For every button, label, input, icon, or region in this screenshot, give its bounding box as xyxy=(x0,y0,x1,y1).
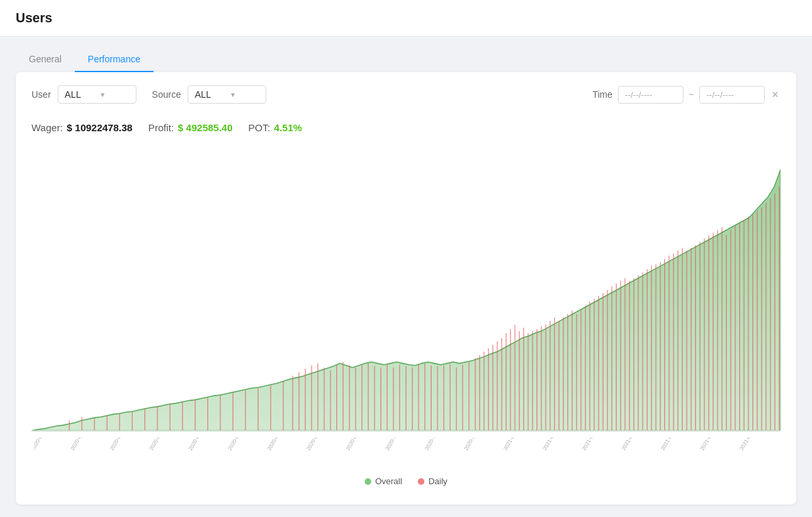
svg-text:2020-10: 2020-10 xyxy=(384,438,399,451)
time-start-input[interactable] xyxy=(618,86,683,104)
svg-text:2021-03: 2021-03 xyxy=(581,438,596,451)
x-axis-labels: 2020-01 2020-02 2020-03 2020-04 2020-05 … xyxy=(31,438,781,461)
user-filter-value: ALL xyxy=(65,89,94,100)
svg-text:2020-07: 2020-07 xyxy=(266,438,281,451)
tabs-container: General Performance xyxy=(0,37,812,72)
time-separator: ~ xyxy=(689,89,694,100)
stats-row: Wager: $ 10922478.38 Profit: $ 492585.40… xyxy=(31,117,781,138)
user-filter-label: User xyxy=(31,89,51,100)
pot-value: 4.51% xyxy=(274,122,302,133)
profit-stat: Profit: $ 492585.40 xyxy=(148,122,233,133)
svg-text:2020-02: 2020-02 xyxy=(70,438,85,451)
performance-chart xyxy=(31,149,781,438)
svg-text:2020-04: 2020-04 xyxy=(148,438,163,451)
svg-text:2020-01: 2020-01 xyxy=(34,438,45,451)
chart-legend: Overall Daily xyxy=(31,471,781,491)
page-title: Users xyxy=(16,10,796,26)
svg-text:2020-05: 2020-05 xyxy=(188,438,203,451)
source-filter-label: Source xyxy=(152,89,181,100)
source-filter-group: Source ALL ▼ xyxy=(152,85,266,104)
legend-daily: Daily xyxy=(418,476,447,486)
daily-legend-label: Daily xyxy=(428,476,447,486)
x-axis-ticks: 2020-01 2020-02 2020-03 2020-04 2020-05 … xyxy=(34,438,778,451)
svg-text:2021-05: 2021-05 xyxy=(660,438,675,451)
x-axis-svg: 2020-01 2020-02 2020-03 2020-04 2020-05 … xyxy=(34,438,778,461)
profit-label: Profit: xyxy=(148,122,174,133)
tab-performance[interactable]: Performance xyxy=(75,47,153,72)
svg-text:2020-03: 2020-03 xyxy=(109,438,124,451)
time-filter-label: Time xyxy=(592,89,613,100)
user-chevron-icon: ▼ xyxy=(100,91,129,98)
wager-label: Wager: xyxy=(31,122,63,133)
overall-legend-dot xyxy=(365,478,371,485)
wager-stat: Wager: $ 10922478.38 xyxy=(31,122,132,133)
chart-area xyxy=(31,149,781,438)
svg-text:2020-12: 2020-12 xyxy=(463,438,478,451)
overall-legend-label: Overall xyxy=(375,476,402,486)
main-card: User ALL ▼ Source ALL ▼ Time ~ ✕ Wager: … xyxy=(16,72,796,505)
clear-time-button[interactable]: ✕ xyxy=(770,88,781,101)
pot-stat: POT: 4.51% xyxy=(249,122,302,133)
source-filter-select[interactable]: ALL ▼ xyxy=(188,85,266,104)
time-filter-group: Time ~ ✕ xyxy=(592,86,781,104)
svg-text:2021-01: 2021-01 xyxy=(502,438,518,451)
user-filter-group: User ALL ▼ xyxy=(31,85,136,104)
profit-value: $ 492585.40 xyxy=(178,122,232,133)
svg-text:2021-02: 2021-02 xyxy=(542,438,557,451)
source-filter-value: ALL xyxy=(195,89,224,100)
svg-text:2021-07: 2021-07 xyxy=(739,438,754,451)
user-filter-select[interactable]: ALL ▼ xyxy=(58,85,136,104)
svg-text:2021-04: 2021-04 xyxy=(620,438,636,451)
page-header: Users xyxy=(0,0,812,37)
svg-text:2021-06: 2021-06 xyxy=(699,438,714,451)
wager-value: $ 10922478.38 xyxy=(67,122,132,133)
svg-text:2020-06: 2020-06 xyxy=(227,438,242,451)
svg-text:2020-11: 2020-11 xyxy=(424,438,439,451)
svg-text:2020-08: 2020-08 xyxy=(306,438,321,451)
tabs: General Performance xyxy=(16,47,796,72)
tab-general[interactable]: General xyxy=(16,47,75,72)
pot-label: POT: xyxy=(249,122,270,133)
time-end-input[interactable] xyxy=(699,86,765,104)
svg-text:2020-09: 2020-09 xyxy=(345,438,360,451)
filters-row: User ALL ▼ Source ALL ▼ Time ~ ✕ xyxy=(31,85,781,104)
source-chevron-icon: ▼ xyxy=(230,91,259,98)
daily-legend-dot xyxy=(418,478,424,485)
legend-overall: Overall xyxy=(365,476,402,486)
